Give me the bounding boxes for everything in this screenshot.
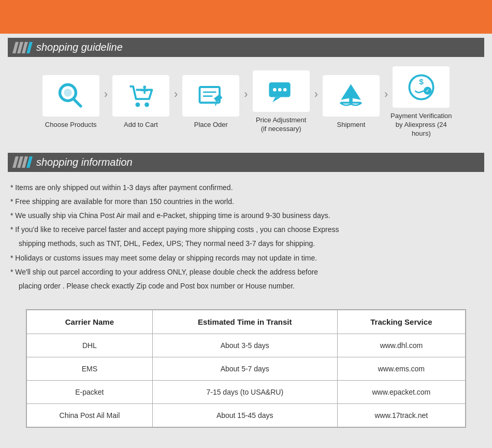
shipping-table: Carrier Name Estimated Time in Transit T… — [26, 310, 466, 427]
arrow-3: › — [244, 88, 248, 101]
svg-line-1 — [74, 99, 81, 106]
step-add-to-cart: Add to Cart — [110, 75, 172, 129]
svg-point-14 — [273, 88, 277, 92]
guideline-title: shopping guideline — [36, 41, 123, 53]
carrier-epacket: E-packet — [27, 381, 153, 404]
info-line-1: * Items are only shipped out within 1-3 … — [10, 181, 482, 194]
tracking-dhl: www.dhl.com — [337, 334, 465, 357]
ship-icon — [337, 81, 365, 110]
arrow-2: › — [174, 88, 178, 101]
svg-point-7 — [143, 86, 146, 89]
arrow-4: › — [314, 88, 318, 101]
arrow-5: › — [384, 88, 388, 101]
chat-icon — [267, 77, 295, 106]
info-line-8: placing order . Please check exactly Zip… — [10, 280, 482, 293]
step-label-price-adjustment: Price Adjustment(if necessary) — [256, 116, 307, 134]
svg-point-15 — [278, 88, 282, 92]
tracking-chinapost: www.17track.net — [337, 404, 465, 427]
table-row: China Post Ail Mail About 15-45 days www… — [27, 404, 466, 427]
choose-products-icon-box — [42, 75, 99, 117]
guideline-section-title: shopping guideline — [8, 38, 484, 57]
table-row: DHL About 3-5 days www.dhl.com — [27, 334, 466, 357]
time-dhl: About 3-5 days — [152, 334, 337, 357]
step-shipment: Shipment — [320, 75, 382, 129]
time-epacket: 7-15 days (to USA&RU) — [152, 381, 337, 404]
svg-marker-13 — [272, 97, 281, 102]
carrier-ems: EMS — [27, 357, 153, 381]
svg-text:$: $ — [419, 77, 424, 86]
info-line-4: * If you'd like to receive parcel faster… — [10, 223, 482, 236]
step-choose-products: Choose Products — [40, 75, 102, 129]
arrow-1: › — [104, 88, 108, 101]
price-adjustment-icon-box — [253, 70, 310, 112]
stripes-icon — [14, 42, 31, 53]
payment-icon: $ ✓ — [407, 73, 436, 102]
step-label-add-to-cart: Add to Cart — [124, 121, 158, 129]
info-line-3: * We usually ship via China Post Air mai… — [10, 209, 482, 222]
table-header-time: Estimated Time in Transit — [152, 310, 337, 334]
time-ems: About 5-7 days — [152, 357, 337, 381]
step-label-place-order: Place Oder — [194, 121, 228, 129]
add-to-cart-icon-box — [112, 75, 169, 117]
step-label-shipment: Shipment — [337, 121, 366, 129]
step-label-payment: Payment Verificationby Aliexpress (24 ho… — [390, 112, 452, 138]
info-line-2: * Free shipping are available for more t… — [10, 195, 482, 208]
time-chinapost: About 15-45 days — [152, 404, 337, 427]
carrier-chinapost: China Post Ail Mail — [27, 404, 153, 427]
table-header-carrier: Carrier Name — [27, 310, 153, 334]
step-place-order: Place Oder — [180, 75, 242, 129]
carrier-dhl: DHL — [27, 334, 153, 357]
svg-point-3 — [135, 103, 140, 107]
order-icon — [197, 81, 225, 110]
steps-container: Choose Products › Add to Cart › — [0, 61, 492, 149]
svg-point-16 — [283, 88, 287, 92]
step-payment-verification: $ ✓ Payment Verificationby Aliexpress (2… — [390, 66, 452, 138]
payment-icon-box: $ ✓ — [393, 66, 450, 108]
shipment-icon-box — [323, 75, 380, 117]
tracking-epacket: www.epacket.com — [337, 381, 465, 404]
info-line-6: * Holidays or customs issues may meet so… — [10, 252, 482, 265]
shipping-table-wrapper: Carrier Name Estimated Time in Transit T… — [26, 309, 466, 428]
place-order-icon-box — [182, 75, 239, 117]
info-section: * Items are only shipped out within 1-3 … — [0, 176, 492, 302]
info-line-7: * We'll ship out parcel according to you… — [10, 266, 482, 279]
svg-text:✓: ✓ — [426, 88, 429, 93]
stripes-icon-2 — [14, 156, 31, 168]
svg-point-4 — [144, 103, 149, 107]
table-header-tracking: Tracking Service — [337, 310, 465, 334]
info-title: shopping information — [36, 156, 133, 168]
step-price-adjustment: Price Adjustment(if necessary) — [250, 70, 312, 134]
tracking-ems: www.ems.com — [337, 357, 465, 381]
step-label-choose-products: Choose Products — [45, 121, 97, 129]
table-row: EMS About 5-7 days www.ems.com — [27, 357, 466, 381]
cart-icon — [127, 81, 155, 110]
svg-point-2 — [64, 89, 71, 97]
table-row: E-packet 7-15 days (to USA&RU) www.epack… — [27, 381, 466, 404]
info-section-title: shopping information — [8, 153, 484, 172]
info-line-5: shipping methods, such as TNT, DHL, Fede… — [10, 237, 482, 250]
search-icon — [56, 81, 85, 110]
orange-header — [0, 0, 492, 34]
